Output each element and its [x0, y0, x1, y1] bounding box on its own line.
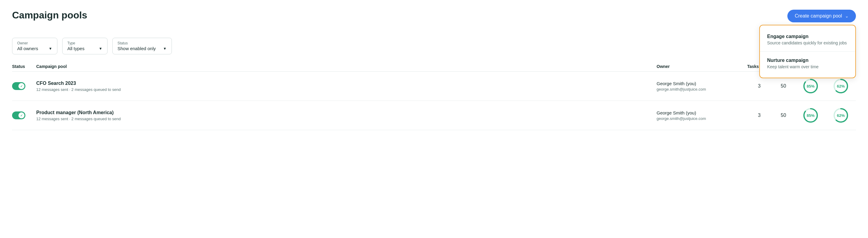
row2-progress1-label: 85% — [807, 113, 814, 118]
row1-campaign-meta: 12 messages sent · 2 messages queued to … — [36, 87, 657, 92]
col-campaign: Campaign pool — [36, 64, 657, 69]
row1-count: 50 — [771, 83, 796, 89]
row1-progress2-cell: 62% — [826, 78, 856, 94]
row2-progress1: 85% — [802, 107, 819, 124]
owner-chevron-icon: ▼ — [49, 47, 52, 51]
filters-section: Owner All owners ▼ Type All types ▼ Stat… — [12, 38, 856, 54]
type-chevron-icon: ▼ — [99, 47, 102, 51]
create-campaign-pool-button[interactable]: Create campaign pool ⌄ — [787, 10, 856, 22]
row2-check-icon: ✓ — [20, 114, 23, 117]
table-section: Status Campaign pool Owner Tasks ✓ CFO S… — [12, 62, 856, 130]
nurture-campaign-title: Nurture campaign — [767, 58, 848, 63]
nurture-campaign-item[interactable]: Nurture campaign Keep talent warm over t… — [760, 54, 855, 73]
type-filter-value: All types — [67, 46, 85, 51]
type-filter-value-row: All types ▼ — [67, 46, 102, 51]
header-right: Create campaign pool ⌄ Engage campaign S… — [787, 10, 856, 22]
create-dropdown-menu: Engage campaign Source candidates quickl… — [759, 25, 856, 78]
page-title: Campaign pools — [12, 10, 87, 21]
status-chevron-icon: ▼ — [163, 47, 167, 51]
owner-filter-label: Owner — [17, 41, 52, 45]
status-filter-value-row: Show enabled only ▼ — [118, 46, 167, 51]
row1-toggle-cell: ✓ — [12, 82, 36, 90]
row2-progress2: 62% — [832, 107, 849, 124]
row2-count: 50 — [771, 113, 796, 118]
row1-progress1: 85% — [802, 78, 819, 94]
engage-campaign-title: Engage campaign — [767, 34, 848, 39]
type-filter-label: Type — [67, 41, 102, 45]
create-btn-chevron-icon: ⌄ — [845, 13, 849, 19]
table-row: ✓ Product manager (North America) 12 mes… — [12, 101, 856, 130]
row2-progress1-cell: 85% — [796, 107, 826, 124]
table-header: Status Campaign pool Owner Tasks — [12, 62, 856, 71]
row1-owner-cell: George Smith (you) george.smith@justjuic… — [657, 81, 747, 91]
row2-toggle-knob: ✓ — [19, 112, 25, 118]
row1-progress1-cell: 85% — [796, 78, 826, 94]
row1-progress2: 62% — [832, 78, 849, 94]
dropdown-divider — [760, 51, 855, 52]
row1-owner-email: george.smith@justjuice.com — [657, 87, 747, 91]
nurture-campaign-desc: Keep talent warm over time — [767, 64, 848, 69]
owner-filter[interactable]: Owner All owners ▼ — [12, 38, 57, 54]
engage-campaign-item[interactable]: Engage campaign Source candidates quickl… — [760, 30, 855, 49]
table-row: ✓ CFO Search 2023 12 messages sent · 2 m… — [12, 71, 856, 101]
create-btn-label: Create campaign pool — [795, 13, 842, 19]
row1-toggle-knob: ✓ — [19, 83, 25, 89]
row2-owner-email: george.smith@justjuice.com — [657, 116, 747, 121]
row1-toggle[interactable]: ✓ — [12, 82, 25, 90]
row2-progress2-cell: 62% — [826, 107, 856, 124]
row1-campaign-cell: CFO Search 2023 12 messages sent · 2 mes… — [36, 81, 657, 92]
row1-progress2-label: 62% — [837, 84, 845, 89]
row2-campaign-name: Product manager (North America) — [36, 110, 657, 115]
row2-campaign-meta: 12 messages sent · 2 messages queued to … — [36, 117, 657, 121]
row1-check-icon: ✓ — [20, 85, 23, 88]
row2-toggle[interactable]: ✓ — [12, 112, 25, 119]
row2-campaign-cell: Product manager (North America) 12 messa… — [36, 110, 657, 121]
col-status: Status — [12, 64, 36, 69]
status-filter[interactable]: Status Show enabled only ▼ — [112, 38, 172, 54]
col-owner: Owner — [657, 64, 747, 69]
row1-progress1-label: 85% — [807, 84, 814, 89]
type-filter[interactable]: Type All types ▼ — [62, 38, 107, 54]
status-filter-value: Show enabled only — [118, 46, 156, 51]
top-bar: Campaign pools Create campaign pool ⌄ En… — [12, 10, 856, 29]
row2-tasks: 3 — [747, 113, 771, 118]
row2-progress2-label: 62% — [837, 113, 845, 118]
row2-owner-cell: George Smith (you) george.smith@justjuic… — [657, 110, 747, 121]
row1-campaign-name: CFO Search 2023 — [36, 81, 657, 86]
status-filter-label: Status — [118, 41, 167, 45]
engage-campaign-desc: Source candidates quickly for existing j… — [767, 40, 848, 45]
owner-filter-value-row: All owners ▼ — [17, 46, 52, 51]
page-container: Campaign pools Create campaign pool ⌄ En… — [0, 0, 868, 140]
row1-tasks: 3 — [747, 83, 771, 89]
row2-owner-name: George Smith (you) — [657, 110, 747, 115]
row1-owner-name: George Smith (you) — [657, 81, 747, 86]
row2-toggle-cell: ✓ — [12, 112, 36, 119]
owner-filter-value: All owners — [17, 46, 38, 51]
